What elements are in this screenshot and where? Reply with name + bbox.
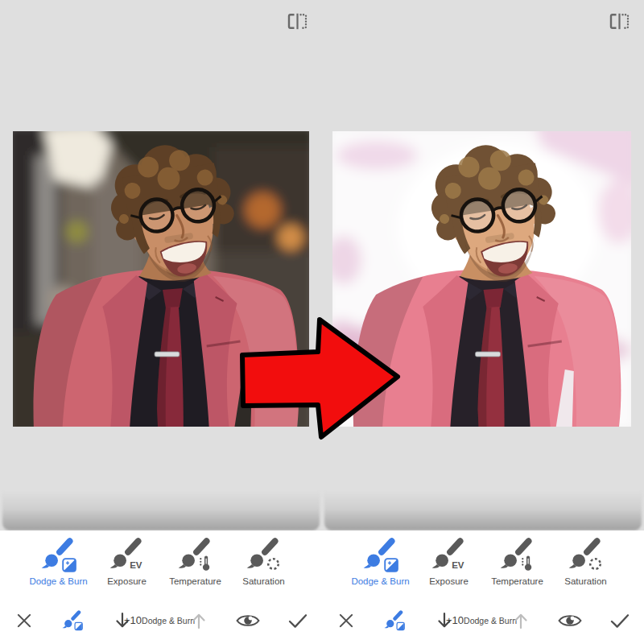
editor-panel-after: Dodge & Burn EV Exposure bbox=[322, 0, 644, 644]
tool-label: Temperature bbox=[491, 576, 543, 586]
brush-settings-button[interactable] bbox=[384, 610, 406, 631]
tool-saturation[interactable]: Saturation bbox=[232, 538, 296, 597]
svg-text:EV: EV bbox=[130, 560, 142, 570]
dodge-burn-brush-icon bbox=[384, 610, 406, 631]
eye-icon bbox=[236, 612, 261, 630]
adjustment-tool-name: Dodge & Burn bbox=[464, 616, 517, 626]
brush-settings-button[interactable] bbox=[62, 610, 84, 631]
close-icon bbox=[17, 613, 32, 629]
apply-button[interactable] bbox=[610, 613, 630, 630]
tool-temperature[interactable]: Temperature bbox=[485, 538, 550, 597]
tool-label: Temperature bbox=[169, 576, 221, 586]
action-bar: +10 Dodge & Burn bbox=[0, 597, 322, 644]
tool-exposure[interactable]: EV Exposure bbox=[95, 538, 159, 597]
before-after-compare-icon bbox=[609, 13, 630, 30]
bottom-sheet: Dodge & Burn EV Exposure bbox=[322, 530, 644, 644]
page: Dodge & Burn EV Exposure bbox=[0, 0, 644, 644]
bottom-sheet: Dodge & Burn EV Exposure bbox=[0, 530, 322, 644]
photo-after bbox=[332, 131, 631, 427]
tool-saturation[interactable]: Saturation bbox=[554, 538, 618, 597]
tool-label: Exposure bbox=[107, 576, 147, 586]
tool-dodge-burn[interactable]: Dodge & Burn bbox=[349, 538, 413, 597]
compare-hold-button[interactable] bbox=[609, 13, 630, 30]
temperature-brush-icon bbox=[499, 538, 536, 573]
preview-toggle-button[interactable] bbox=[558, 612, 583, 630]
temperature-brush-icon bbox=[177, 538, 214, 573]
tool-temperature[interactable]: Temperature bbox=[163, 538, 228, 597]
exposure-brush-icon: EV bbox=[431, 538, 468, 573]
eye-icon bbox=[558, 612, 583, 630]
editor-panel-before: Dodge & Burn EV Exposure bbox=[0, 0, 322, 644]
arrow-up-icon bbox=[191, 612, 207, 630]
sheet-shadow bbox=[324, 490, 642, 530]
apply-button[interactable] bbox=[288, 613, 308, 630]
dodge-burn-brush-icon bbox=[40, 538, 77, 573]
adjustment-amount: +10 bbox=[446, 614, 464, 627]
compare-hold-button[interactable] bbox=[287, 13, 308, 30]
tool-selector: Dodge & Burn EV Exposure bbox=[0, 530, 322, 597]
cancel-button[interactable] bbox=[17, 613, 32, 629]
arrow-up-icon bbox=[513, 612, 529, 630]
before-after-compare-icon bbox=[287, 13, 308, 30]
sheet-shadow bbox=[2, 490, 320, 530]
photo-before bbox=[13, 131, 309, 427]
tool-label: Dodge & Burn bbox=[29, 576, 87, 586]
increase-button[interactable] bbox=[513, 612, 529, 630]
action-bar: +10 Dodge & Burn bbox=[322, 597, 644, 644]
cancel-button[interactable] bbox=[339, 613, 354, 629]
svg-text:EV: EV bbox=[452, 560, 464, 570]
checkmark-icon bbox=[288, 613, 308, 630]
adjustment-value: +10 Dodge & Burn bbox=[124, 614, 195, 627]
exposure-brush-icon: EV bbox=[109, 538, 146, 573]
dodge-burn-brush-icon bbox=[62, 610, 84, 631]
increase-button[interactable] bbox=[191, 612, 207, 630]
tool-dodge-burn[interactable]: Dodge & Burn bbox=[27, 538, 91, 597]
preview-toggle-button[interactable] bbox=[236, 612, 261, 630]
adjustment-tool-name: Dodge & Burn bbox=[142, 616, 195, 626]
close-icon bbox=[339, 613, 354, 629]
tool-label: Dodge & Burn bbox=[351, 576, 409, 586]
adjustment-value: +10 Dodge & Burn bbox=[446, 614, 517, 627]
tool-exposure[interactable]: EV Exposure bbox=[417, 538, 481, 597]
dodge-burn-brush-icon bbox=[362, 538, 399, 573]
tool-label: Exposure bbox=[429, 576, 469, 586]
adjustment-amount: +10 bbox=[124, 614, 142, 627]
tool-label: Saturation bbox=[564, 576, 606, 586]
saturation-brush-icon bbox=[246, 538, 283, 573]
saturation-brush-icon bbox=[568, 538, 605, 573]
checkmark-icon bbox=[610, 613, 630, 630]
tool-selector: Dodge & Burn EV Exposure bbox=[322, 530, 644, 597]
tool-label: Saturation bbox=[242, 576, 284, 586]
